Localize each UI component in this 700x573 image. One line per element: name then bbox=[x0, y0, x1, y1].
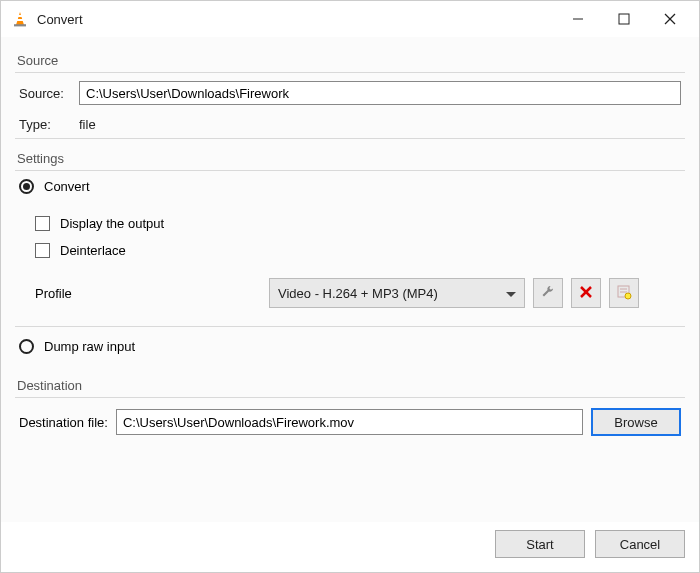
destination-group: Destination Destination file: Browse bbox=[15, 374, 685, 444]
cancel-button[interactable]: Cancel bbox=[595, 530, 685, 558]
settings-group: Settings Convert Display the output Dein… bbox=[15, 147, 685, 366]
window-title: Convert bbox=[37, 12, 555, 27]
minimize-button[interactable] bbox=[555, 4, 601, 34]
delete-profile-button[interactable] bbox=[571, 278, 601, 308]
edit-profile-button[interactable] bbox=[533, 278, 563, 308]
checkbox-icon bbox=[35, 216, 50, 231]
profile-value: Video - H.264 + MP3 (MP4) bbox=[278, 286, 506, 301]
wrench-icon bbox=[540, 284, 556, 303]
radio-unselected-icon bbox=[19, 339, 34, 354]
start-button[interactable]: Start bbox=[495, 530, 585, 558]
convert-dialog: Convert Source Source: Type: file bbox=[0, 0, 700, 573]
browse-button[interactable]: Browse bbox=[591, 408, 681, 436]
radio-selected-icon bbox=[19, 179, 34, 194]
convert-radio[interactable]: Convert bbox=[15, 171, 685, 202]
destination-file-input[interactable] bbox=[116, 409, 583, 435]
source-input[interactable] bbox=[79, 81, 681, 105]
new-profile-button[interactable] bbox=[609, 278, 639, 308]
convert-radio-label: Convert bbox=[44, 179, 90, 194]
new-profile-icon bbox=[616, 284, 632, 303]
display-output-checkbox[interactable]: Display the output bbox=[15, 210, 685, 237]
svg-rect-4 bbox=[619, 14, 629, 24]
destination-group-label: Destination bbox=[15, 374, 685, 395]
maximize-button[interactable] bbox=[601, 4, 647, 34]
source-group: Source Source: Type: file bbox=[15, 49, 685, 139]
window-controls bbox=[555, 4, 693, 34]
source-group-label: Source bbox=[15, 49, 685, 70]
type-value: file bbox=[79, 117, 96, 132]
deinterlace-label: Deinterlace bbox=[60, 243, 126, 258]
dialog-content: Source Source: Type: file Settings Conve… bbox=[1, 37, 699, 522]
deinterlace-checkbox[interactable]: Deinterlace bbox=[15, 237, 685, 264]
profile-label: Profile bbox=[35, 286, 269, 301]
browse-button-label: Browse bbox=[614, 415, 657, 430]
divider bbox=[15, 138, 685, 139]
dump-raw-label: Dump raw input bbox=[44, 339, 135, 354]
svg-rect-1 bbox=[16, 19, 23, 21]
chevron-down-icon bbox=[506, 286, 516, 301]
dialog-footer: Start Cancel bbox=[1, 522, 699, 572]
settings-group-label: Settings bbox=[15, 147, 685, 168]
dump-raw-radio[interactable]: Dump raw input bbox=[15, 327, 685, 366]
display-output-label: Display the output bbox=[60, 216, 164, 231]
svg-rect-0 bbox=[17, 15, 23, 17]
titlebar: Convert bbox=[1, 1, 699, 37]
delete-x-icon bbox=[579, 285, 593, 302]
source-label: Source: bbox=[19, 86, 79, 101]
type-label: Type: bbox=[19, 117, 79, 132]
cancel-button-label: Cancel bbox=[620, 537, 660, 552]
close-button[interactable] bbox=[647, 4, 693, 34]
start-button-label: Start bbox=[526, 537, 553, 552]
vlc-icon bbox=[11, 10, 29, 28]
profile-combobox[interactable]: Video - H.264 + MP3 (MP4) bbox=[269, 278, 525, 308]
checkbox-icon bbox=[35, 243, 50, 258]
svg-point-12 bbox=[625, 293, 631, 299]
destination-file-label: Destination file: bbox=[19, 415, 108, 430]
svg-rect-2 bbox=[14, 24, 26, 26]
